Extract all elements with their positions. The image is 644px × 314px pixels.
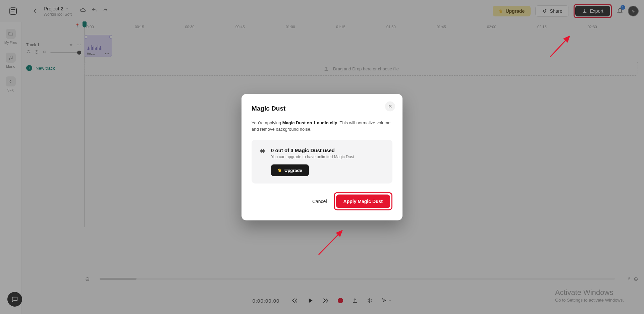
audio-bars-icon <box>260 148 266 155</box>
apply-label: Apply Magic Dust <box>343 198 383 204</box>
close-icon <box>388 104 392 108</box>
cancel-label: Cancel <box>312 198 327 204</box>
usage-title: 0 out of 3 Magic Dust used <box>271 147 354 153</box>
apply-highlight-annotation: Apply Magic Dust <box>334 192 392 210</box>
usage-card: 0 out of 3 Magic Dust used You can upgra… <box>252 140 392 183</box>
crown-icon: ♛ <box>278 168 282 173</box>
modal-upgrade-label: Upgrade <box>284 168 302 173</box>
modal-title: Magic Dust <box>252 105 392 112</box>
magic-dust-modal: Magic Dust You're applying Magic Dust on… <box>241 94 402 220</box>
modal-description: You're applying Magic Dust on 1 audio cl… <box>252 119 392 132</box>
modal-upgrade-button[interactable]: ♛ Upgrade <box>271 164 309 176</box>
cancel-button[interactable]: Cancel <box>312 198 327 204</box>
modal-desc-prefix: You're applying <box>252 120 282 125</box>
modal-footer: Cancel Apply Magic Dust <box>252 192 392 210</box>
usage-subtitle: You can upgrade to have unlimited Magic … <box>271 154 354 159</box>
modal-close-button[interactable] <box>385 101 395 111</box>
modal-desc-bold: Magic Dust on 1 audio clip. <box>282 120 339 125</box>
apply-magic-dust-button[interactable]: Apply Magic Dust <box>336 194 390 208</box>
